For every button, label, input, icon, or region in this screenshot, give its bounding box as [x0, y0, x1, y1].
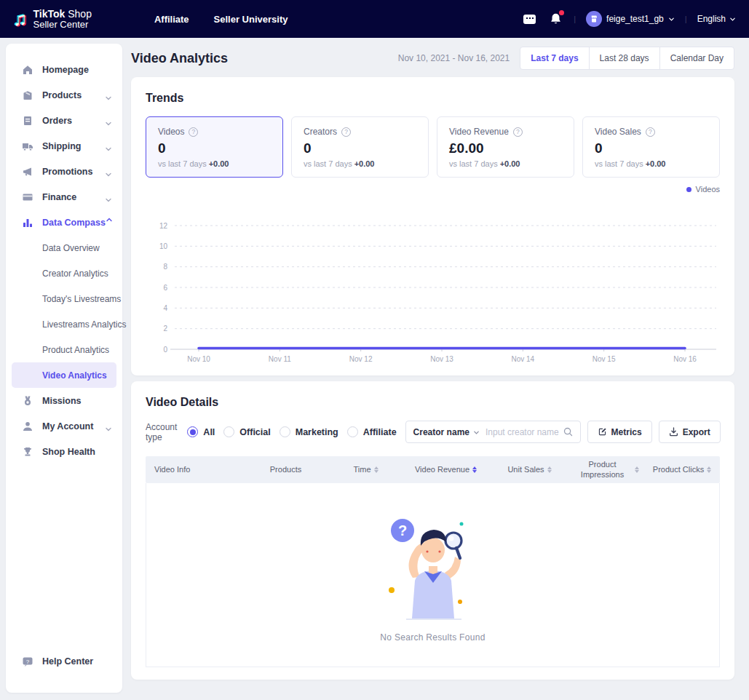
sidebar-item-data-compass[interactable]: Data Compass: [6, 210, 122, 235]
sidebar-item-missions[interactable]: Missions: [6, 388, 122, 413]
sort-icon[interactable]: [707, 466, 711, 473]
sidebar-item-label: Missions: [42, 396, 112, 406]
svg-text:Nov 13: Nov 13: [430, 355, 453, 363]
nav-seller-university[interactable]: Seller University: [214, 14, 288, 25]
my-account-icon: [22, 421, 33, 432]
svg-text:2: 2: [163, 325, 167, 333]
sort-icon[interactable]: [547, 466, 552, 473]
export-button[interactable]: Export: [659, 421, 721, 443]
legend-dot-icon: [686, 187, 691, 192]
chevron-down-icon: [729, 16, 736, 23]
range-button-calendar-day[interactable]: Calendar Day: [659, 47, 734, 70]
radio-label: Marketing: [296, 427, 338, 437]
column-header-unit-sales[interactable]: Unit Sales: [491, 462, 568, 478]
account-type-radio-affiliate[interactable]: Affiliate: [347, 426, 397, 437]
empty-state-text: No Search Results Found: [380, 632, 485, 643]
sidebar-subitem-today-s-livestreams[interactable]: Today's Livestreams: [12, 286, 116, 311]
radio-icon: [187, 426, 198, 437]
svg-text:4: 4: [163, 304, 167, 312]
help-circle-icon[interactable]: ?: [341, 127, 351, 137]
creator-name-select[interactable]: Creator name: [413, 427, 469, 437]
sidebar-subitem-product-analytics[interactable]: Product Analytics: [12, 337, 116, 362]
stat-card-video-sales[interactable]: Video Sales?0vs last 7 days+0.00: [582, 116, 720, 178]
account-type-radios: AllOfficialMarketingAffiliate: [187, 426, 405, 437]
chevron-down-icon: [105, 117, 112, 124]
column-label: Video Revenue: [415, 465, 469, 475]
sidebar-item-homepage[interactable]: Homepage: [6, 57, 122, 82]
account-menu[interactable]: feige_test1_gb: [586, 11, 675, 27]
help-circle-icon[interactable]: ?: [513, 127, 523, 137]
svg-text:?: ?: [397, 522, 406, 538]
sidebar-subitem-data-overview[interactable]: Data Overview: [12, 235, 116, 260]
sidebar-item-label: Help Center: [42, 656, 112, 667]
creator-name-input[interactable]: [486, 427, 563, 437]
column-header-time[interactable]: Time: [331, 462, 400, 478]
help-circle-icon[interactable]: ?: [646, 127, 655, 137]
search-icon[interactable]: [563, 427, 573, 437]
chevron-down-icon: [105, 143, 112, 150]
column-header-product-clicks[interactable]: Product Clicks: [644, 462, 720, 478]
svg-text:?: ?: [26, 658, 30, 664]
radio-icon: [347, 426, 358, 437]
metrics-button[interactable]: Metrics: [587, 421, 652, 443]
help-circle-icon[interactable]: ?: [189, 127, 198, 137]
trend-chart: 024681012Nov 10Nov 11Nov 12Nov 13Nov 14N…: [146, 195, 720, 368]
sort-icon[interactable]: [635, 466, 639, 473]
brand-logo[interactable]: ♫ TikTok Shop Seller Center: [13, 9, 92, 29]
sidebar-item-label: Products: [42, 90, 105, 100]
stat-label: Videos: [158, 127, 184, 137]
sort-icon[interactable]: [374, 466, 379, 473]
brand-light: Shop: [68, 8, 92, 20]
top-navbar: ♫ TikTok Shop Seller Center Affiliate Se…: [0, 0, 749, 38]
svg-text:10: 10: [159, 242, 168, 250]
sidebar: HomepageProductsOrdersShippingPromotions…: [6, 44, 122, 693]
sidebar-item-shipping[interactable]: Shipping: [6, 133, 122, 159]
main-content: Video Analytics Nov 10, 2021 - Nov 16, 2…: [131, 44, 734, 700]
stat-label: Video Revenue: [449, 127, 509, 137]
stat-card-video-revenue[interactable]: Video Revenue?£0.00vs last 7 days+0.00: [437, 116, 574, 178]
radio-icon: [223, 426, 234, 437]
empty-illustration: ?: [379, 508, 488, 628]
sidebar-item-label: Data Compass: [42, 218, 106, 228]
radio-label: Official: [239, 427, 270, 437]
column-label: Video Info: [154, 465, 190, 475]
account-type-radio-marketing[interactable]: Marketing: [280, 426, 338, 437]
column-header-video-revenue[interactable]: Video Revenue: [400, 462, 491, 478]
sidebar-subitem-creator-analytics[interactable]: Creator Analytics: [12, 260, 116, 286]
notifications-bell-icon[interactable]: [547, 11, 563, 27]
range-button-last-28-days[interactable]: Last 28 days: [589, 47, 660, 70]
account-type-radio-official[interactable]: Official: [223, 426, 270, 437]
download-icon: [669, 427, 678, 437]
sidebar-item-my-account[interactable]: My Account: [6, 413, 122, 439]
missions-icon: [22, 395, 33, 407]
sidebar-item-help-center[interactable]: ?Help Center: [6, 648, 122, 674]
messages-icon[interactable]: [521, 11, 537, 27]
range-button-last-7-days[interactable]: Last 7 days: [520, 47, 589, 70]
sidebar-item-products[interactable]: Products: [6, 82, 122, 108]
account-type-radio-all[interactable]: All: [187, 426, 215, 437]
nav-affiliate[interactable]: Affiliate: [154, 14, 189, 25]
brand-bold: TikTok: [33, 8, 66, 20]
sidebar-subitem-video-analytics[interactable]: Video Analytics: [12, 362, 116, 388]
help-icon: ?: [22, 656, 33, 667]
sidebar-item-finance[interactable]: Finance: [6, 184, 122, 210]
finance-icon: [22, 191, 33, 203]
stat-card-creators[interactable]: Creators?0vs last 7 days+0.00: [291, 116, 429, 178]
stat-card-videos[interactable]: Videos?0vs last 7 days+0.00: [146, 116, 283, 178]
chart-legend: Videos: [146, 185, 720, 194]
sidebar-item-promotions[interactable]: Promotions: [6, 159, 122, 184]
stat-label: Video Sales: [595, 127, 641, 137]
sidebar-item-shop-health[interactable]: Shop Health: [6, 439, 122, 464]
language-selector[interactable]: English: [697, 14, 736, 24]
sort-icon[interactable]: [472, 466, 477, 473]
svg-text:6: 6: [163, 284, 167, 292]
chevron-down-icon: [105, 92, 112, 99]
column-header-product-impressions[interactable]: Product Impressions: [568, 457, 644, 483]
sidebar-subitem-livestreams-analytics[interactable]: Livestreams Analytics: [12, 311, 116, 337]
trends-card: Trends Videos?0vs last 7 days+0.00Creato…: [131, 77, 734, 375]
sidebar-item-label: Orders: [42, 116, 105, 126]
creator-search-combo: Creator name: [405, 421, 581, 443]
sidebar-item-orders[interactable]: Orders: [6, 108, 122, 133]
stat-compare: vs last 7 days+0.00: [304, 159, 416, 168]
export-label: Export: [683, 427, 710, 437]
